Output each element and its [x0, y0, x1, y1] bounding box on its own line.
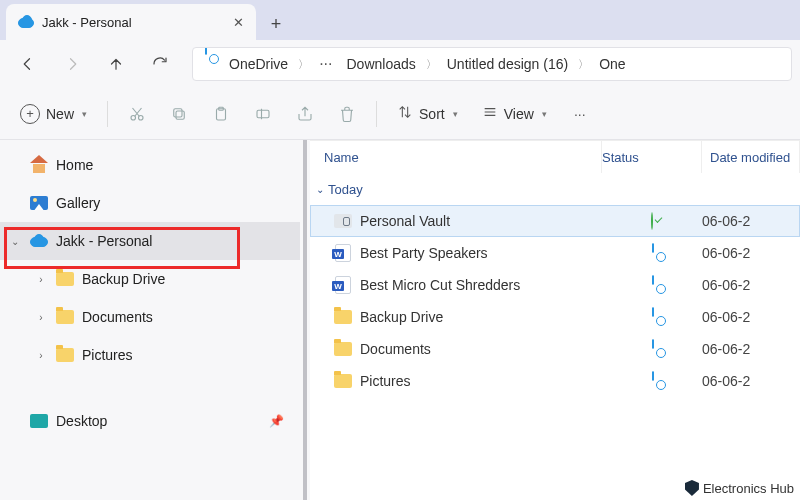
breadcrumb-item[interactable]: One — [593, 48, 631, 80]
sidebar-item-label: Jakk - Personal — [56, 233, 152, 249]
shield-icon — [685, 480, 699, 496]
up-button[interactable] — [96, 44, 136, 84]
file-name: Pictures — [360, 373, 411, 389]
close-tab-icon[interactable]: ✕ — [230, 14, 246, 30]
column-header-date[interactable]: Date modified — [702, 141, 800, 173]
sidebar-item-onedrive-account[interactable]: ⌄ Jakk - Personal — [0, 222, 300, 260]
chevron-down-icon: ▾ — [82, 109, 87, 119]
folder-icon — [56, 270, 74, 288]
home-icon — [30, 156, 48, 174]
forward-button[interactable] — [52, 44, 92, 84]
sort-button[interactable]: Sort ▾ — [387, 97, 468, 131]
file-list: Name Status Date modified ⌄ Today Person… — [310, 140, 800, 500]
nav-bar: OneDrive 〉 ··· Downloads 〉 Untitled desi… — [0, 40, 800, 88]
sidebar-item-label: Backup Drive — [82, 271, 165, 287]
file-row[interactable]: Documents 06-06-2 — [310, 333, 800, 365]
chevron-right-icon[interactable]: 〉 — [424, 57, 439, 72]
share-button[interactable] — [286, 97, 324, 131]
file-date: 06-06-2 — [702, 341, 800, 357]
desktop-icon — [30, 412, 48, 430]
folder-icon — [334, 340, 352, 358]
sidebar-item-label: Pictures — [82, 347, 133, 363]
list-icon — [482, 104, 498, 123]
file-date: 06-06-2 — [702, 373, 800, 389]
word-doc-icon — [334, 276, 352, 294]
sidebar-item-desktop[interactable]: Desktop 📌 — [0, 402, 300, 440]
refresh-button[interactable] — [140, 44, 180, 84]
gallery-icon — [30, 194, 48, 212]
column-label: Name — [324, 150, 359, 165]
new-tab-button[interactable]: + — [260, 8, 292, 40]
window-tab[interactable]: Jakk - Personal ✕ — [6, 4, 256, 40]
rename-button[interactable] — [244, 97, 282, 131]
svg-rect-6 — [257, 110, 269, 118]
chevron-right-icon[interactable]: › — [34, 274, 48, 285]
column-label: Status — [602, 150, 639, 165]
file-date: 06-06-2 — [702, 245, 800, 261]
file-date: 06-06-2 — [702, 277, 800, 293]
copy-button[interactable] — [160, 97, 198, 131]
chevron-down-icon: ▾ — [453, 109, 458, 119]
sidebar-item-documents[interactable]: › Documents — [0, 298, 300, 336]
file-row[interactable]: Pictures 06-06-2 — [310, 365, 800, 397]
sidebar-item-label: Gallery — [56, 195, 100, 211]
sidebar-item-backup-drive[interactable]: › Backup Drive — [0, 260, 300, 298]
group-label: Today — [328, 182, 363, 197]
file-row[interactable]: Best Micro Cut Shredders 06-06-2 — [310, 269, 800, 301]
chevron-down-icon: ▾ — [542, 109, 547, 119]
tab-title: Jakk - Personal — [42, 15, 222, 30]
file-row[interactable]: Personal Vault 06-06-2 — [310, 205, 800, 237]
cut-button[interactable] — [118, 97, 156, 131]
sidebar-item-home[interactable]: Home — [0, 146, 300, 184]
separator — [107, 101, 108, 127]
address-bar[interactable]: OneDrive 〉 ··· Downloads 〉 Untitled desi… — [192, 47, 792, 81]
file-name: Documents — [360, 341, 431, 357]
file-name: Backup Drive — [360, 309, 443, 325]
chevron-right-icon[interactable]: 〉 — [576, 57, 591, 72]
chevron-right-icon[interactable]: › — [34, 312, 48, 323]
navigation-sidebar: Home Gallery ⌄ Jakk - Personal › Backup … — [0, 140, 300, 500]
title-bar: Jakk - Personal ✕ + — [0, 0, 800, 40]
new-button[interactable]: + New ▾ — [10, 97, 97, 131]
paste-button[interactable] — [202, 97, 240, 131]
column-label: Date modified — [702, 150, 790, 165]
breadcrumb-item[interactable]: Downloads — [340, 48, 421, 80]
delete-button[interactable] — [328, 97, 366, 131]
file-name: Personal Vault — [360, 213, 450, 229]
column-header-name[interactable]: Name — [310, 141, 602, 173]
folder-icon — [56, 346, 74, 364]
breadcrumb-label: Downloads — [346, 56, 415, 72]
column-header-status[interactable]: Status — [602, 141, 702, 173]
chevron-right-icon[interactable]: 〉 — [296, 57, 311, 72]
file-row[interactable]: Best Party Speakers 06-06-2 — [310, 237, 800, 269]
sort-label: Sort — [419, 106, 445, 122]
breadcrumb-overflow[interactable]: ··· — [313, 55, 338, 73]
chevron-right-icon[interactable]: › — [34, 350, 48, 361]
folder-icon — [334, 308, 352, 326]
watermark-label: Electronics Hub — [703, 481, 794, 496]
vault-icon — [334, 212, 352, 230]
breadcrumb-root[interactable]: OneDrive — [199, 48, 294, 80]
file-date: 06-06-2 — [702, 213, 800, 229]
chevron-down-icon[interactable]: ⌄ — [8, 236, 22, 247]
onedrive-icon — [18, 14, 34, 30]
view-button[interactable]: View ▾ — [472, 97, 557, 131]
pin-icon[interactable]: 📌 — [269, 414, 284, 428]
more-button[interactable]: ··· — [561, 97, 599, 131]
sidebar-item-pictures[interactable]: › Pictures — [0, 336, 300, 374]
breadcrumb-label: Untitled design (16) — [447, 56, 568, 72]
chevron-down-icon: ⌄ — [316, 184, 324, 195]
file-row[interactable]: Backup Drive 06-06-2 — [310, 301, 800, 333]
separator — [376, 101, 377, 127]
svg-rect-3 — [174, 108, 182, 116]
back-button[interactable] — [8, 44, 48, 84]
group-header-today[interactable]: ⌄ Today — [310, 173, 800, 205]
sort-icon — [397, 104, 413, 123]
folder-icon — [56, 308, 74, 326]
breadcrumb-item[interactable]: Untitled design (16) — [441, 48, 574, 80]
watermark: Electronics Hub — [685, 480, 794, 496]
sidebar-item-gallery[interactable]: Gallery — [0, 184, 300, 222]
breadcrumb-label: OneDrive — [229, 56, 288, 72]
svg-rect-2 — [176, 111, 184, 119]
splitter[interactable] — [300, 140, 310, 500]
